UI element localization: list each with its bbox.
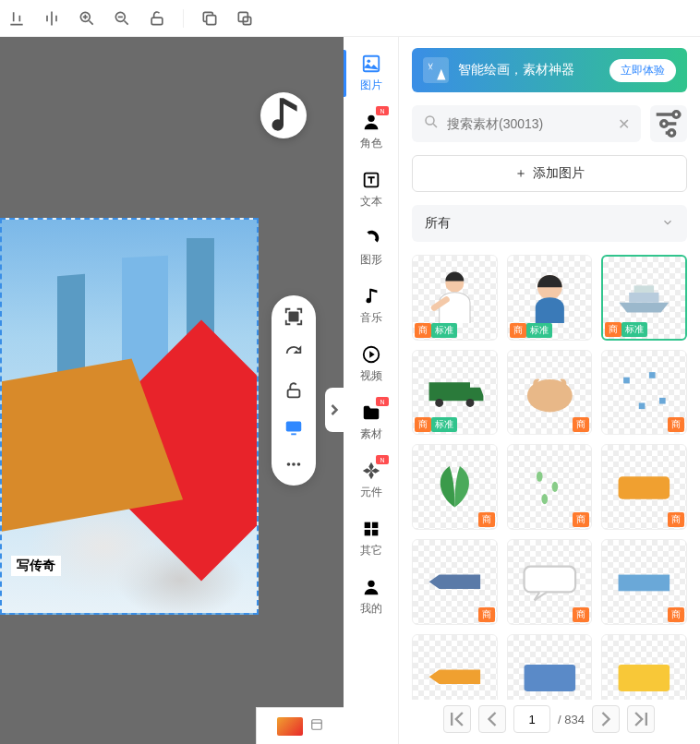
asset-thumb-speech	[519, 551, 581, 613]
music-button[interactable]	[260, 92, 307, 138]
zoom-in-icon[interactable]	[78, 9, 96, 28]
svg-rect-38	[659, 398, 666, 404]
nav-item-text[interactable]: 文本	[344, 161, 398, 219]
side-nav: 图片角色N文本图形音乐视频素材N元件N其它我的	[344, 37, 399, 744]
nav-label: 图形	[360, 252, 382, 268]
asset-card[interactable]: 商标准	[412, 350, 498, 436]
nav-item-person[interactable]: 角色N	[344, 102, 398, 161]
nav-item-component[interactable]: 元件N	[344, 451, 398, 510]
asset-card[interactable]: 商	[601, 350, 687, 436]
copy-icon[interactable]	[200, 9, 219, 28]
tag-com: 商	[573, 417, 589, 432]
nav-label: 我的	[360, 601, 382, 617]
shape-icon	[361, 228, 381, 248]
asset-thumb-rect-blue	[519, 646, 581, 708]
tag-std: 标准	[431, 417, 457, 432]
nav-label: 素材	[360, 426, 382, 442]
asset-card[interactable]: 商	[601, 539, 687, 625]
nav-item-music[interactable]: 音乐	[344, 277, 398, 335]
unlock-icon[interactable]	[148, 9, 166, 28]
display-icon[interactable]	[284, 417, 304, 438]
last-page-button[interactable]	[627, 705, 655, 733]
nav-label: 元件	[360, 485, 382, 500]
align-bottom-icon[interactable]	[7, 9, 26, 28]
expand-tab[interactable]	[325, 388, 344, 432]
nav-item-folder[interactable]: 素材N	[344, 393, 398, 451]
tag-row: 商	[478, 512, 495, 527]
plus-icon: ＋	[514, 165, 527, 182]
more-icon[interactable]	[284, 454, 304, 474]
clear-icon[interactable]: ✕	[618, 115, 630, 133]
zoom-out-icon[interactable]	[113, 9, 131, 28]
page-input[interactable]	[513, 705, 550, 733]
tag-row: 商	[668, 607, 684, 622]
asset-card[interactable]: 商	[507, 539, 593, 625]
nav-item-image[interactable]: 图片	[344, 44, 398, 102]
canvas-area[interactable]: 写传奇	[0, 37, 344, 744]
asset-card[interactable]: 商	[412, 444, 498, 530]
badge: N	[376, 397, 389, 406]
nav-item-grid[interactable]: 其它	[344, 510, 398, 568]
category-select[interactable]: 所有	[412, 205, 687, 242]
prev-page-button[interactable]	[478, 705, 506, 733]
asset-card[interactable]: 商	[601, 444, 687, 530]
user-icon	[361, 577, 381, 597]
add-label: 添加图片	[533, 165, 585, 182]
panel-icon[interactable]	[310, 718, 323, 735]
nav-item-video[interactable]: 视频	[344, 335, 398, 393]
next-page-button[interactable]	[592, 705, 620, 733]
svg-point-32	[435, 399, 443, 407]
fullscreen-icon[interactable]	[284, 306, 304, 327]
page-thumbnail[interactable]	[277, 717, 303, 736]
svg-rect-35	[623, 377, 630, 383]
align-center-v-icon[interactable]	[42, 9, 61, 28]
svg-point-9	[287, 462, 291, 466]
svg-point-14	[367, 59, 370, 63]
asset-card[interactable]: 商标准	[412, 255, 498, 341]
grid-icon	[361, 519, 381, 539]
tag-com: 商	[415, 417, 431, 432]
svg-rect-45	[524, 665, 575, 691]
svg-rect-37	[639, 402, 646, 409]
tag-row: 商标准	[415, 323, 457, 338]
asset-card[interactable]: 商标准	[507, 255, 593, 341]
rotate-icon[interactable]	[284, 343, 304, 364]
asset-thumb-ship	[614, 268, 674, 328]
svg-point-41	[541, 494, 548, 504]
asset-card[interactable]: 商	[507, 444, 593, 530]
asset-thumb-boy	[519, 267, 581, 329]
banner-cta[interactable]: 立即体验	[609, 59, 676, 82]
asset-card[interactable]: 商	[507, 350, 593, 436]
asset-thumb-arrow-orange	[424, 646, 486, 708]
search-input[interactable]	[447, 116, 610, 131]
first-page-button[interactable]	[443, 705, 471, 733]
lock-icon[interactable]	[284, 380, 304, 401]
svg-rect-20	[364, 530, 369, 535]
badge: N	[376, 106, 389, 115]
video-icon	[361, 344, 381, 365]
svg-rect-8	[286, 422, 302, 432]
asset-panel: 智能绘画，素材神器 立即体验 ✕ ＋ 添加图片 所有 商标准商标准商标准商标准商…	[399, 37, 700, 744]
search-box: ✕	[412, 105, 641, 142]
nav-item-shape[interactable]: 图形	[344, 219, 398, 277]
filter-button[interactable]	[650, 105, 687, 142]
asset-thumb-leaves	[424, 456, 486, 518]
image-icon	[361, 54, 381, 74]
nav-label: 文本	[360, 194, 382, 210]
paste-icon[interactable]	[235, 9, 254, 28]
svg-point-33	[466, 399, 475, 407]
add-image-button[interactable]: ＋ 添加图片	[412, 155, 687, 192]
canvas-text-label: 写传奇	[11, 556, 61, 576]
asset-card[interactable]: 商	[412, 539, 498, 625]
svg-point-40	[551, 482, 558, 492]
tag-row: 商	[573, 607, 589, 622]
asset-card[interactable]: 商标准	[601, 255, 687, 341]
nav-item-user[interactable]: 我的	[344, 568, 398, 626]
tag-com: 商	[573, 607, 589, 622]
svg-point-39	[537, 472, 543, 482]
asset-thumb-truck	[424, 362, 486, 424]
canvas-image[interactable]: 写传奇	[0, 218, 259, 615]
asset-thumb-rect-orange	[613, 456, 675, 518]
floating-toolbar	[272, 295, 316, 486]
svg-rect-46	[619, 665, 670, 691]
